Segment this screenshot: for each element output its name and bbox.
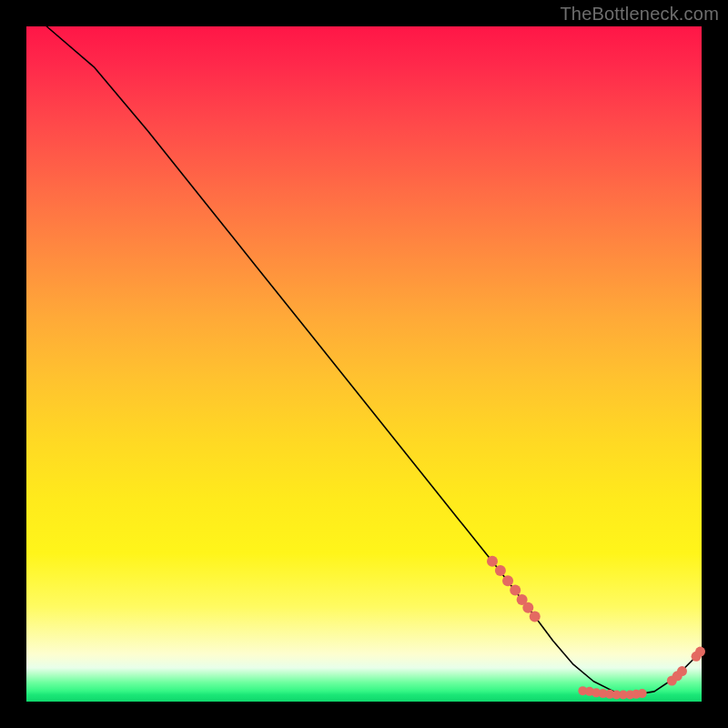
data-point xyxy=(530,612,541,622)
data-point xyxy=(487,556,498,567)
plot-area xyxy=(26,26,702,702)
data-point xyxy=(502,575,513,586)
chart-svg xyxy=(26,26,702,702)
curve-layer xyxy=(46,26,702,695)
data-point xyxy=(510,585,521,596)
chart-frame: TheBottleneck.com xyxy=(0,0,728,728)
data-point xyxy=(695,647,705,657)
watermark-text: TheBottleneck.com xyxy=(560,4,719,25)
data-point xyxy=(677,666,687,676)
curve-path xyxy=(46,26,702,695)
dots-layer xyxy=(487,556,705,700)
data-point xyxy=(495,565,506,576)
data-point xyxy=(638,689,647,698)
data-point xyxy=(522,602,533,613)
